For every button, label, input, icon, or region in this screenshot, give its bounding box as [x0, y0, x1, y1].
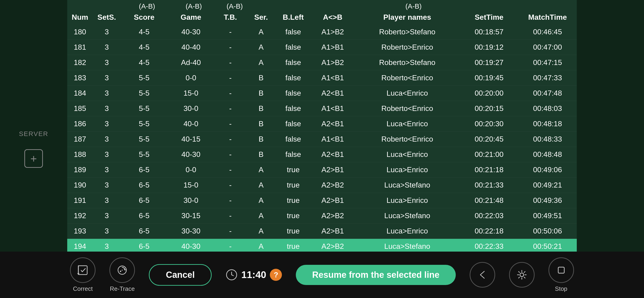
- table-cell: 00:48:33: [518, 132, 577, 147]
- table-row[interactable]: 18034-540-30-AfalseA1>B2Roberto>Stefano0…: [67, 24, 577, 40]
- table-cell: 00:48:48: [518, 147, 577, 162]
- cancel-button[interactable]: Cancel: [149, 264, 212, 286]
- table-cell: true: [276, 239, 311, 252]
- table-row[interactable]: 19336-530-30-AtrueA2>B1Luca>Enrico00:22:…: [67, 223, 577, 239]
- table-row[interactable]: 18936-50-0-AtrueA2>B1Luca>Enrico00:21:18…: [67, 162, 577, 178]
- table-cell: 5-5: [121, 116, 168, 132]
- table-cell: A2>B2: [311, 239, 355, 252]
- table-cell: Roberto<Enrico: [355, 101, 460, 116]
- resume-button[interactable]: Resume from the selected line: [296, 265, 456, 285]
- table-row[interactable]: 19236-530-15-AtrueA2>B2Luca>Stefano00:22…: [67, 208, 577, 223]
- table-cell: 189: [67, 162, 93, 178]
- table-cell: 5-5: [121, 70, 168, 86]
- table-cell: 40-30: [168, 147, 214, 162]
- help-badge[interactable]: ?: [270, 269, 282, 281]
- table-cell: 185: [67, 101, 93, 116]
- table-row[interactable]: 18435-515-0-BfalseA2<B1Luca<Enrico00:20:…: [67, 86, 577, 101]
- table-row[interactable]: 18535-530-0-BfalseA1<B1Roberto<Enrico00:…: [67, 101, 577, 116]
- table-cell: 40-30: [168, 24, 214, 40]
- table-cell: A: [246, 223, 276, 239]
- table-cell: A2<B1: [311, 147, 355, 162]
- table-row[interactable]: 18735-540-15-BfalseA1<B1Roberto<Enrico00…: [67, 132, 577, 147]
- table-container: (A-B) (A-B) (A-B) (A-B) Num SetS. Score …: [67, 0, 577, 251]
- settings-toolbar-item[interactable]: [509, 262, 534, 287]
- table-cell: 00:46:45: [518, 24, 577, 40]
- table-cell: 3: [93, 193, 121, 208]
- table-cell: 186: [67, 116, 93, 132]
- col-header-num: Num: [67, 10, 93, 24]
- table-cell: 181: [67, 40, 93, 55]
- table-cell: A: [246, 24, 276, 40]
- table-cell: 40-0: [168, 116, 214, 132]
- stop-label: Stop: [555, 285, 568, 292]
- col-header-sets: SetS.: [93, 10, 121, 24]
- table-cell: 00:47:48: [518, 86, 577, 101]
- table-row[interactable]: 18835-540-30-BfalseA2<B1Luca<Enrico00:21…: [67, 147, 577, 162]
- table-cell: 00:19:12: [460, 40, 518, 55]
- col-header-ser: Ser.: [246, 10, 276, 24]
- table-cell: 0-0: [168, 162, 214, 178]
- svg-rect-6: [558, 267, 564, 273]
- server-label: SERVER: [19, 130, 48, 138]
- table-cell: 3: [93, 24, 121, 40]
- table-cell: 188: [67, 147, 93, 162]
- table-cell: 5-5: [121, 101, 168, 116]
- table-row[interactable]: 18134-540-40-AfalseA1>B1Roberto>Enrico00…: [67, 40, 577, 55]
- table-cell: 15-0: [168, 178, 214, 193]
- table-cell: 00:47:33: [518, 70, 577, 86]
- table-cell: -: [214, 162, 246, 178]
- table-cell: Luca>Enrico: [355, 223, 460, 239]
- table-cell: -: [214, 24, 246, 40]
- table-cell: B: [246, 147, 276, 162]
- table-cell: 3: [93, 162, 121, 178]
- table-cell: 184: [67, 86, 93, 101]
- table-cell: A2>B2: [311, 178, 355, 193]
- table-cell: A2<B1: [311, 86, 355, 101]
- table-cell: 30-30: [168, 223, 214, 239]
- table-cell: -: [214, 239, 246, 252]
- table-cell: Luca>Stefano: [355, 178, 460, 193]
- stop-toolbar-item[interactable]: Stop: [548, 257, 574, 292]
- table-cell: 00:48:18: [518, 116, 577, 132]
- table-cell: B: [246, 101, 276, 116]
- table-cell: 00:21:00: [460, 147, 518, 162]
- table-cell: 190: [67, 178, 93, 193]
- table-cell: 00:22:03: [460, 208, 518, 223]
- table-cell: Roberto>Stefano: [355, 55, 460, 70]
- col-header-matchtime: MatchTime: [518, 10, 577, 24]
- table-cell: 6-5: [121, 239, 168, 252]
- correct-icon: [70, 257, 96, 283]
- table-cell: 6-5: [121, 162, 168, 178]
- table-cell: 193: [67, 223, 93, 239]
- retrace-toolbar-item[interactable]: Re-Trace: [110, 257, 135, 292]
- table-cell: Roberto<Enrico: [355, 70, 460, 86]
- table-cell: A: [246, 239, 276, 252]
- table-row[interactable]: 19136-530-0-AtrueA2>B1Luca>Enrico00:21:4…: [67, 193, 577, 208]
- table-cell: -: [214, 40, 246, 55]
- table-cell: 0-0: [168, 70, 214, 86]
- table-cell: 5-5: [121, 132, 168, 147]
- table-cell: -: [214, 55, 246, 70]
- table-cell: A1>B2: [311, 24, 355, 40]
- table-cell: 00:47:15: [518, 55, 577, 70]
- back-toolbar-item[interactable]: [470, 262, 495, 287]
- table-cell: 00:18:57: [460, 24, 518, 40]
- table-row[interactable]: 19436-540-30-AtrueA2>B2Luca>Stefano00:22…: [67, 239, 577, 252]
- table-cell: 00:20:00: [460, 86, 518, 101]
- table-cell: 00:21:18: [460, 162, 518, 178]
- table-cell: 00:22:33: [460, 239, 518, 252]
- table-cell: A2>B1: [311, 162, 355, 178]
- data-table-scroll[interactable]: Num SetS. Score Game T.B. Ser. B.Left A<…: [67, 10, 577, 251]
- col-header-settime: SetTime: [460, 10, 518, 24]
- svg-point-3: [122, 270, 123, 271]
- table-cell: A: [246, 208, 276, 223]
- table-cell: B: [246, 132, 276, 147]
- plus-button[interactable]: +: [24, 149, 43, 168]
- correct-toolbar-item[interactable]: Correct: [70, 257, 96, 292]
- table-row[interactable]: 18234-5Ad-40-AfalseA1>B2Roberto>Stefano0…: [67, 55, 577, 70]
- table-row[interactable]: 19036-515-0-AtrueA2>B2Luca>Stefano00:21:…: [67, 178, 577, 193]
- table-row[interactable]: 18335-50-0-BfalseA1<B1Roberto<Enrico00:1…: [67, 70, 577, 86]
- table-cell: 4-5: [121, 24, 168, 40]
- table-row[interactable]: 18635-540-0-BfalseA2<B1Luca<Enrico00:20:…: [67, 116, 577, 132]
- table-cell: 00:19:45: [460, 70, 518, 86]
